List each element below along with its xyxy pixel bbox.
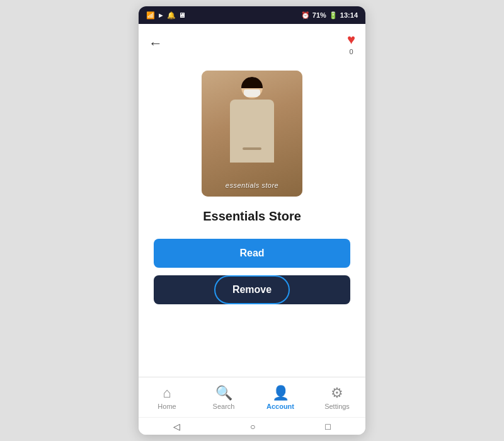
status-right: ⏰ 71% 🔋 13:14: [301, 11, 358, 20]
person-belt: [243, 147, 261, 150]
heart-icon: ♥: [347, 32, 355, 48]
alarm-icon: ⏰: [301, 11, 310, 20]
battery-level: 71%: [312, 11, 326, 19]
notification-icon: 🔔: [167, 11, 176, 20]
account-label: Account: [266, 403, 294, 410]
person-mask: [244, 89, 260, 97]
settings-label: Settings: [324, 403, 350, 410]
battery-icon: 🔋: [329, 11, 338, 20]
favorites-count: 0: [349, 48, 353, 55]
bottom-nav: ⌂ Home 🔍 Search 👤 Account ⚙ Settings: [139, 377, 365, 417]
phone-container: 📶 ► 🔔 🖥 ⏰ 71% 🔋 13:14 ← ♥ 0: [139, 6, 365, 435]
back-arrow-icon: ←: [149, 35, 163, 51]
signal-icon: 📶: [146, 11, 155, 20]
account-icon: 👤: [272, 385, 289, 401]
system-back-button[interactable]: ◁: [173, 421, 180, 432]
remove-button-wrapper: Remove: [154, 275, 350, 304]
content-area: essentials store Essentials Store Read R…: [139, 60, 365, 377]
nav-item-search[interactable]: 🔍 Search: [205, 385, 243, 410]
home-icon: ⌂: [163, 385, 171, 401]
person-body: [230, 100, 274, 163]
store-image-bg: essentials store: [202, 71, 302, 197]
favorites-button[interactable]: ♥ 0: [347, 32, 355, 55]
system-recent-button[interactable]: □: [325, 421, 330, 432]
top-nav: ← ♥ 0: [139, 24, 365, 60]
search-icon: 🔍: [215, 385, 232, 401]
remove-button[interactable]: Remove: [154, 275, 350, 304]
store-image: essentials store: [202, 71, 302, 197]
status-bar: 📶 ► 🔔 🖥 ⏰ 71% 🔋 13:14: [139, 6, 365, 24]
store-name: Essentials Store: [203, 209, 301, 224]
person-hair: [241, 77, 263, 88]
nav-item-account[interactable]: 👤 Account: [261, 385, 299, 410]
search-label: Search: [213, 403, 235, 410]
system-nav-bar: ◁ ○ □: [139, 417, 365, 435]
home-label: Home: [158, 403, 176, 410]
nav-item-home[interactable]: ⌂ Home: [148, 385, 186, 410]
nav-item-settings[interactable]: ⚙ Settings: [318, 385, 356, 410]
clock: 13:14: [340, 11, 358, 19]
person-head: [241, 77, 263, 98]
system-home-button[interactable]: ○: [250, 421, 255, 432]
back-button[interactable]: ←: [149, 35, 163, 52]
status-left: 📶 ► 🔔 🖥: [146, 11, 185, 20]
read-button[interactable]: Read: [154, 239, 350, 268]
settings-icon: ⚙: [331, 385, 343, 401]
store-image-label: essentials store: [202, 181, 302, 189]
wifi-icon: ►: [158, 11, 164, 19]
device-icon: 🖥: [178, 11, 185, 19]
person-figure: [230, 77, 274, 163]
